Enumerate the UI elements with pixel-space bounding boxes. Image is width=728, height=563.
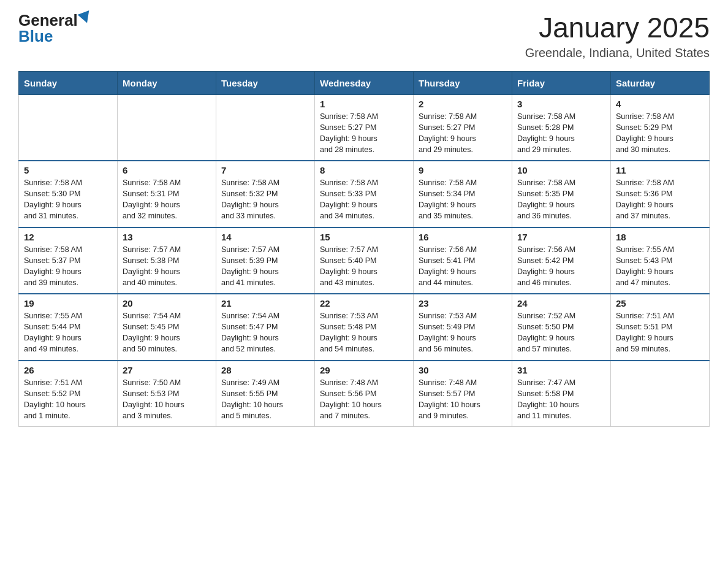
day-number: 23: [419, 298, 507, 308]
calendar-day-cell: [611, 361, 710, 427]
weekday-header: Wednesday: [315, 71, 414, 94]
day-number: 12: [24, 232, 112, 242]
calendar-day-cell: 19Sunrise: 7:55 AMSunset: 5:44 PMDayligh…: [19, 294, 118, 361]
day-number: 7: [221, 165, 309, 175]
day-number: 13: [123, 232, 211, 242]
calendar-day-cell: 4Sunrise: 7:58 AMSunset: 5:29 PMDaylight…: [611, 94, 710, 161]
day-number: 15: [320, 232, 408, 242]
day-number: 8: [320, 165, 408, 175]
calendar-day-cell: 1Sunrise: 7:58 AMSunset: 5:27 PMDaylight…: [315, 94, 414, 161]
day-number: 20: [123, 298, 211, 308]
day-info: Sunrise: 7:53 AMSunset: 5:49 PMDaylight:…: [419, 310, 507, 355]
calendar-day-cell: 3Sunrise: 7:58 AMSunset: 5:28 PMDaylight…: [512, 94, 611, 161]
calendar-week-row: 26Sunrise: 7:51 AMSunset: 5:52 PMDayligh…: [19, 361, 710, 427]
day-info: Sunrise: 7:58 AMSunset: 5:31 PMDaylight:…: [123, 177, 211, 222]
day-number: 18: [616, 232, 704, 242]
day-info: Sunrise: 7:51 AMSunset: 5:51 PMDaylight:…: [616, 310, 704, 355]
weekday-header: Thursday: [414, 71, 512, 94]
day-info: Sunrise: 7:57 AMSunset: 5:39 PMDaylight:…: [221, 244, 309, 289]
calendar-day-cell: 24Sunrise: 7:52 AMSunset: 5:50 PMDayligh…: [512, 294, 611, 361]
day-number: 30: [419, 365, 507, 375]
calendar-week-row: 19Sunrise: 7:55 AMSunset: 5:44 PMDayligh…: [19, 294, 710, 361]
day-info: Sunrise: 7:58 AMSunset: 5:36 PMDaylight:…: [616, 177, 704, 222]
day-number: 29: [320, 365, 408, 375]
day-info: Sunrise: 7:58 AMSunset: 5:32 PMDaylight:…: [221, 177, 309, 222]
calendar-day-cell: 21Sunrise: 7:54 AMSunset: 5:47 PMDayligh…: [216, 294, 315, 361]
day-info: Sunrise: 7:49 AMSunset: 5:55 PMDaylight:…: [221, 377, 309, 422]
calendar-table: SundayMondayTuesdayWednesdayThursdayFrid…: [18, 71, 710, 427]
calendar-day-cell: 9Sunrise: 7:58 AMSunset: 5:34 PMDaylight…: [414, 161, 512, 228]
day-number: 1: [320, 99, 408, 109]
day-number: 17: [517, 232, 605, 242]
calendar-week-row: 12Sunrise: 7:58 AMSunset: 5:37 PMDayligh…: [19, 228, 710, 294]
day-info: Sunrise: 7:50 AMSunset: 5:53 PMDaylight:…: [123, 377, 211, 422]
logo-triangle-icon: [77, 10, 93, 25]
calendar-day-cell: 31Sunrise: 7:47 AMSunset: 5:58 PMDayligh…: [512, 361, 611, 427]
weekday-header: Tuesday: [216, 71, 315, 94]
day-info: Sunrise: 7:58 AMSunset: 5:33 PMDaylight:…: [320, 177, 408, 222]
day-number: 3: [517, 99, 605, 109]
calendar-day-cell: 12Sunrise: 7:58 AMSunset: 5:37 PMDayligh…: [19, 228, 118, 294]
day-info: Sunrise: 7:53 AMSunset: 5:48 PMDaylight:…: [320, 310, 408, 355]
day-number: 21: [221, 298, 309, 308]
day-number: 4: [616, 99, 704, 109]
day-number: 28: [221, 365, 309, 375]
logo-text: General Blue: [18, 12, 91, 44]
day-info: Sunrise: 7:52 AMSunset: 5:50 PMDaylight:…: [517, 310, 605, 355]
day-number: 10: [517, 165, 605, 175]
calendar-week-row: 1Sunrise: 7:58 AMSunset: 5:27 PMDaylight…: [19, 94, 710, 161]
day-info: Sunrise: 7:58 AMSunset: 5:37 PMDaylight:…: [24, 244, 112, 289]
day-info: Sunrise: 7:51 AMSunset: 5:52 PMDaylight:…: [24, 377, 112, 422]
calendar-day-cell: 6Sunrise: 7:58 AMSunset: 5:31 PMDaylight…: [118, 161, 216, 228]
calendar-title: January 2025: [525, 12, 710, 44]
calendar-header-row: SundayMondayTuesdayWednesdayThursdayFrid…: [19, 71, 710, 94]
day-info: Sunrise: 7:58 AMSunset: 5:35 PMDaylight:…: [517, 177, 605, 222]
title-block: January 2025 Greendale, Indiana, United …: [525, 12, 710, 60]
day-info: Sunrise: 7:48 AMSunset: 5:57 PMDaylight:…: [419, 377, 507, 422]
day-info: Sunrise: 7:47 AMSunset: 5:58 PMDaylight:…: [517, 377, 605, 422]
day-info: Sunrise: 7:57 AMSunset: 5:40 PMDaylight:…: [320, 244, 408, 289]
calendar-day-cell: 11Sunrise: 7:58 AMSunset: 5:36 PMDayligh…: [611, 161, 710, 228]
weekday-header: Saturday: [611, 71, 710, 94]
day-number: 5: [24, 165, 112, 175]
logo-general-text: General: [18, 12, 78, 28]
day-info: Sunrise: 7:58 AMSunset: 5:30 PMDaylight:…: [24, 177, 112, 222]
calendar-subtitle: Greendale, Indiana, United States: [525, 46, 710, 60]
calendar-day-cell: 15Sunrise: 7:57 AMSunset: 5:40 PMDayligh…: [315, 228, 414, 294]
day-number: 26: [24, 365, 112, 375]
day-number: 25: [616, 298, 704, 308]
calendar-day-cell: 22Sunrise: 7:53 AMSunset: 5:48 PMDayligh…: [315, 294, 414, 361]
calendar-day-cell: 14Sunrise: 7:57 AMSunset: 5:39 PMDayligh…: [216, 228, 315, 294]
day-info: Sunrise: 7:58 AMSunset: 5:27 PMDaylight:…: [419, 111, 507, 156]
page-header: General Blue January 2025 Greendale, Ind…: [18, 12, 710, 60]
calendar-day-cell: [19, 94, 118, 161]
logo-blue-text: Blue: [18, 28, 91, 44]
day-info: Sunrise: 7:48 AMSunset: 5:56 PMDaylight:…: [320, 377, 408, 422]
calendar-day-cell: 7Sunrise: 7:58 AMSunset: 5:32 PMDaylight…: [216, 161, 315, 228]
calendar-day-cell: 29Sunrise: 7:48 AMSunset: 5:56 PMDayligh…: [315, 361, 414, 427]
day-info: Sunrise: 7:54 AMSunset: 5:45 PMDaylight:…: [123, 310, 211, 355]
calendar-day-cell: [118, 94, 216, 161]
calendar-day-cell: 23Sunrise: 7:53 AMSunset: 5:49 PMDayligh…: [414, 294, 512, 361]
logo: General Blue: [18, 12, 91, 44]
day-info: Sunrise: 7:56 AMSunset: 5:42 PMDaylight:…: [517, 244, 605, 289]
day-info: Sunrise: 7:56 AMSunset: 5:41 PMDaylight:…: [419, 244, 507, 289]
day-info: Sunrise: 7:58 AMSunset: 5:34 PMDaylight:…: [419, 177, 507, 222]
day-info: Sunrise: 7:58 AMSunset: 5:29 PMDaylight:…: [616, 111, 704, 156]
day-info: Sunrise: 7:55 AMSunset: 5:43 PMDaylight:…: [616, 244, 704, 289]
day-info: Sunrise: 7:54 AMSunset: 5:47 PMDaylight:…: [221, 310, 309, 355]
weekday-header: Friday: [512, 71, 611, 94]
calendar-day-cell: 18Sunrise: 7:55 AMSunset: 5:43 PMDayligh…: [611, 228, 710, 294]
calendar-day-cell: [216, 94, 315, 161]
calendar-day-cell: 13Sunrise: 7:57 AMSunset: 5:38 PMDayligh…: [118, 228, 216, 294]
day-number: 2: [419, 99, 507, 109]
day-number: 14: [221, 232, 309, 242]
day-number: 16: [419, 232, 507, 242]
calendar-day-cell: 26Sunrise: 7:51 AMSunset: 5:52 PMDayligh…: [19, 361, 118, 427]
day-info: Sunrise: 7:58 AMSunset: 5:28 PMDaylight:…: [517, 111, 605, 156]
calendar-day-cell: 27Sunrise: 7:50 AMSunset: 5:53 PMDayligh…: [118, 361, 216, 427]
calendar-day-cell: 10Sunrise: 7:58 AMSunset: 5:35 PMDayligh…: [512, 161, 611, 228]
weekday-header: Monday: [118, 71, 216, 94]
day-number: 9: [419, 165, 507, 175]
calendar-day-cell: 25Sunrise: 7:51 AMSunset: 5:51 PMDayligh…: [611, 294, 710, 361]
